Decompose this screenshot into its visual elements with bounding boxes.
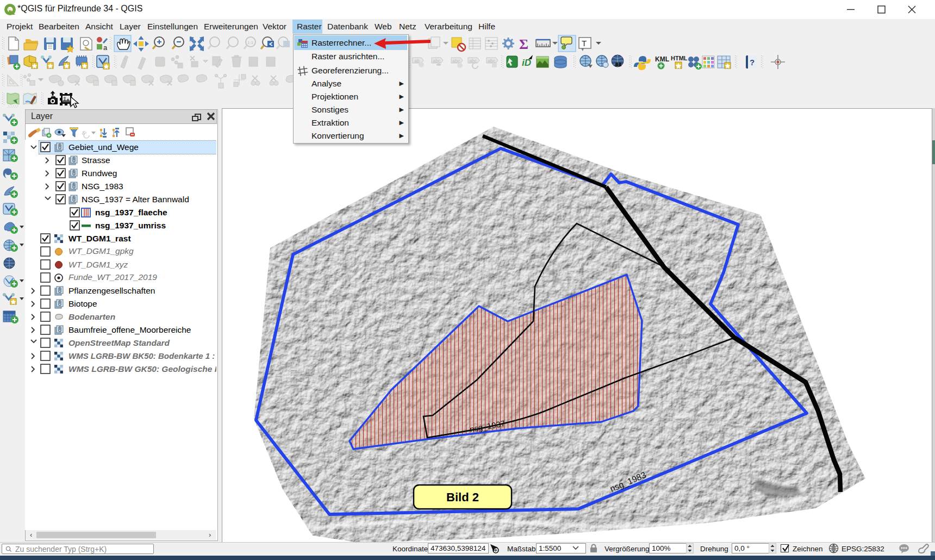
svg-text:Σ: Σ xyxy=(519,36,528,52)
svg-text:1:1: 1:1 xyxy=(247,40,254,45)
svg-text:?: ? xyxy=(750,58,755,67)
svg-text:T: T xyxy=(582,39,587,48)
svg-text:abc: abc xyxy=(469,58,477,64)
svg-text:abc: abc xyxy=(433,58,441,64)
svg-text:abc: abc xyxy=(452,58,460,64)
svg-text:KML: KML xyxy=(655,55,669,63)
svg-text:Bild 2: Bild 2 xyxy=(446,490,479,504)
svg-text:abc: abc xyxy=(488,58,496,64)
svg-text:ab: ab xyxy=(414,58,420,64)
svg-text:HTML: HTML xyxy=(671,55,688,61)
svg-text:a: a xyxy=(103,43,108,52)
